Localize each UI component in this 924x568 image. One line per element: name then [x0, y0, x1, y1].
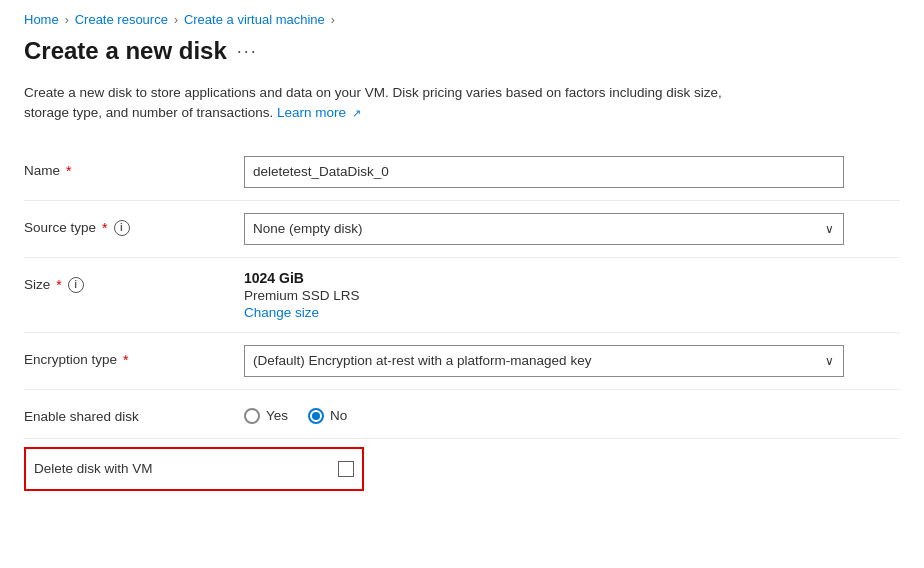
size-label: Size	[24, 277, 50, 292]
name-label-col: Name *	[24, 156, 244, 179]
encryption-type-label: Encryption type	[24, 352, 117, 367]
name-input[interactable]	[244, 156, 844, 188]
page-title-row: Create a new disk ···	[24, 37, 900, 65]
shared-disk-label-col: Enable shared disk	[24, 402, 244, 424]
source-type-required-star: *	[102, 220, 107, 236]
source-type-select-wrapper: None (empty disk) ∨	[244, 213, 844, 245]
divider-4	[24, 389, 900, 390]
size-value-bold: 1024 GiB	[244, 270, 900, 286]
shared-disk-label: Enable shared disk	[24, 409, 139, 424]
source-type-label: Source type	[24, 220, 96, 235]
divider-2	[24, 257, 900, 258]
delete-disk-checkbox[interactable]	[338, 461, 354, 477]
breadcrumb-sep-1: ›	[65, 13, 69, 27]
delete-disk-label: Delete disk with VM	[34, 461, 338, 476]
shared-disk-field-row: Enable shared disk Yes No	[24, 392, 900, 436]
size-field-row: Size * i 1024 GiB Premium SSD LRS Change…	[24, 260, 900, 330]
encryption-type-select[interactable]: (Default) Encryption at-rest with a plat…	[244, 345, 844, 377]
encryption-type-field-row: Encryption type * (Default) Encryption a…	[24, 335, 900, 387]
size-control-col: 1024 GiB Premium SSD LRS Change size	[244, 270, 900, 320]
encryption-type-required-star: *	[123, 352, 128, 368]
breadcrumb-create-vm[interactable]: Create a virtual machine	[184, 12, 325, 27]
delete-disk-section: Delete disk with VM	[24, 447, 900, 491]
learn-more-link[interactable]: Learn more	[277, 105, 346, 120]
source-type-label-col: Source type * i	[24, 213, 244, 236]
source-type-info-icon[interactable]: i	[114, 220, 130, 236]
shared-disk-yes-label: Yes	[266, 408, 288, 423]
source-type-value: None (empty disk)	[253, 221, 363, 236]
source-type-field-row: Source type * i None (empty disk) ∨	[24, 203, 900, 255]
name-field-row: Name *	[24, 146, 900, 198]
divider-1	[24, 200, 900, 201]
encryption-type-select-wrapper: (Default) Encryption at-rest with a plat…	[244, 345, 844, 377]
breadcrumb-create-resource[interactable]: Create resource	[75, 12, 168, 27]
breadcrumb-sep-3: ›	[331, 13, 335, 27]
change-size-link[interactable]: Change size	[244, 305, 900, 320]
shared-disk-no-dot	[312, 412, 320, 420]
external-link-icon: ↗	[352, 105, 361, 122]
more-options-button[interactable]: ···	[237, 41, 258, 62]
description-text: Create a new disk to store applications …	[24, 83, 744, 124]
divider-5	[24, 438, 900, 439]
delete-disk-row: Delete disk with VM	[24, 447, 364, 491]
name-required-star: *	[66, 163, 71, 179]
source-type-control-col: None (empty disk) ∨	[244, 213, 900, 245]
shared-disk-yes-radio[interactable]	[244, 408, 260, 424]
shared-disk-radio-group: Yes No	[244, 402, 900, 424]
shared-disk-no-option[interactable]: No	[308, 408, 347, 424]
size-label-col: Size * i	[24, 270, 244, 293]
encryption-type-value: (Default) Encryption at-rest with a plat…	[253, 353, 591, 368]
shared-disk-yes-option[interactable]: Yes	[244, 408, 288, 424]
page-title: Create a new disk	[24, 37, 227, 65]
name-label: Name	[24, 163, 60, 178]
breadcrumb-home[interactable]: Home	[24, 12, 59, 27]
size-value-sub: Premium SSD LRS	[244, 288, 900, 303]
name-control-col	[244, 156, 900, 188]
size-required-star: *	[56, 277, 61, 293]
encryption-type-control-col: (Default) Encryption at-rest with a plat…	[244, 345, 900, 377]
encryption-type-label-col: Encryption type *	[24, 345, 244, 368]
description-body: Create a new disk to store applications …	[24, 85, 722, 120]
breadcrumb: Home › Create resource › Create a virtua…	[24, 12, 900, 27]
shared-disk-no-label: No	[330, 408, 347, 423]
size-info-icon[interactable]: i	[68, 277, 84, 293]
shared-disk-no-radio[interactable]	[308, 408, 324, 424]
divider-3	[24, 332, 900, 333]
source-type-select[interactable]: None (empty disk)	[244, 213, 844, 245]
shared-disk-control-col: Yes No	[244, 402, 900, 424]
breadcrumb-sep-2: ›	[174, 13, 178, 27]
